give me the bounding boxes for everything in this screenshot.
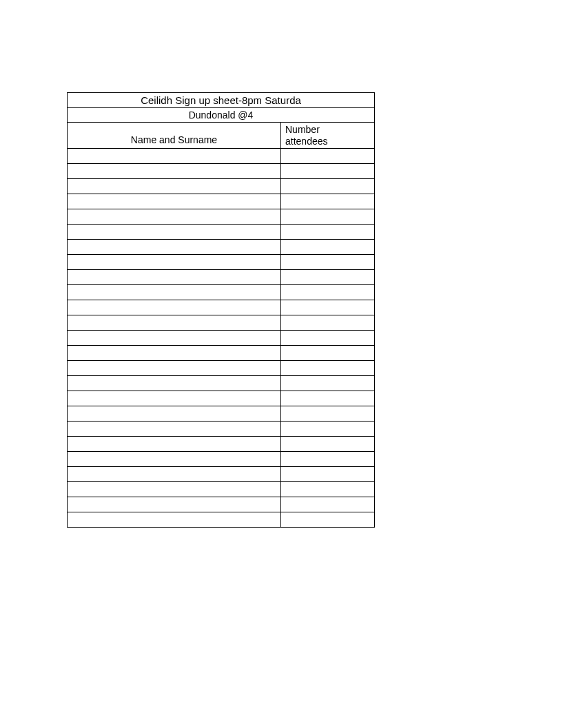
- data-row: [68, 467, 374, 482]
- cell-name: [68, 346, 281, 360]
- data-row: [68, 437, 374, 452]
- data-row: [68, 361, 374, 376]
- data-row: [68, 512, 374, 528]
- cell-name: [68, 164, 281, 178]
- data-row: [68, 300, 374, 315]
- data-row: [68, 270, 374, 285]
- cell-number: [281, 240, 374, 254]
- cell-number: [281, 300, 374, 315]
- cell-number: [281, 437, 374, 451]
- cell-number: [281, 315, 374, 330]
- data-row: [68, 240, 374, 255]
- cell-name: [68, 452, 281, 466]
- data-row: [68, 452, 374, 467]
- data-row: [68, 406, 374, 422]
- data-row: [68, 194, 374, 209]
- cell-number: [281, 482, 374, 497]
- cell-name: [68, 179, 281, 194]
- data-row: [68, 376, 374, 391]
- data-row: [68, 391, 374, 406]
- cell-number: [281, 209, 374, 224]
- column-header-number-line2: attendees: [285, 136, 374, 147]
- cell-number: [281, 512, 374, 527]
- cell-name: [68, 300, 281, 315]
- data-row: [68, 209, 374, 225]
- data-row: [68, 482, 374, 497]
- cell-number: [281, 331, 374, 345]
- cell-name: [68, 422, 281, 436]
- cell-number: [281, 225, 374, 239]
- cell-name: [68, 437, 281, 451]
- cell-name: [68, 512, 281, 527]
- cell-number: [281, 255, 374, 269]
- cell-number: [281, 361, 374, 375]
- cell-name: [68, 361, 281, 375]
- signup-sheet: Ceilidh Sign up sheet-8pm Saturda Dundon…: [67, 92, 375, 528]
- cell-number: [281, 391, 374, 406]
- column-header-name: Name and Surname: [68, 123, 281, 148]
- cell-name: [68, 194, 281, 209]
- sheet-subtitle: Dundonald @4: [68, 108, 374, 123]
- cell-name: [68, 209, 281, 224]
- cell-number: [281, 270, 374, 284]
- cell-name: [68, 285, 281, 300]
- cell-number: [281, 497, 374, 512]
- cell-number: [281, 406, 374, 421]
- cell-number: [281, 194, 374, 209]
- cell-number: [281, 346, 374, 360]
- data-row: [68, 331, 374, 346]
- data-row: [68, 285, 374, 300]
- cell-number: [281, 452, 374, 466]
- data-row: [68, 179, 374, 194]
- cell-name: [68, 255, 281, 269]
- cell-number: [281, 164, 374, 178]
- cell-name: [68, 467, 281, 481]
- cell-name: [68, 376, 281, 391]
- data-row: [68, 149, 374, 164]
- header-row: Name and Surname Number attendees: [68, 123, 374, 149]
- cell-name: [68, 149, 281, 163]
- cell-name: [68, 331, 281, 345]
- data-row: [68, 164, 374, 179]
- cell-name: [68, 225, 281, 239]
- cell-number: [281, 376, 374, 391]
- cell-name: [68, 391, 281, 406]
- data-row: [68, 315, 374, 331]
- cell-number: [281, 467, 374, 481]
- cell-name: [68, 497, 281, 512]
- cell-name: [68, 240, 281, 254]
- cell-number: [281, 422, 374, 436]
- cell-name: [68, 482, 281, 497]
- column-header-number-line1: Number: [285, 124, 374, 135]
- data-row: [68, 255, 374, 270]
- data-row: [68, 422, 374, 437]
- column-header-number: Number attendees: [281, 123, 374, 148]
- data-row: [68, 497, 374, 512]
- sheet-title: Ceilidh Sign up sheet-8pm Saturda: [68, 93, 374, 108]
- cell-name: [68, 270, 281, 284]
- data-row: [68, 225, 374, 240]
- cell-number: [281, 149, 374, 163]
- data-row: [68, 346, 374, 361]
- cell-number: [281, 285, 374, 300]
- cell-name: [68, 406, 281, 421]
- cell-name: [68, 315, 281, 330]
- cell-number: [281, 179, 374, 194]
